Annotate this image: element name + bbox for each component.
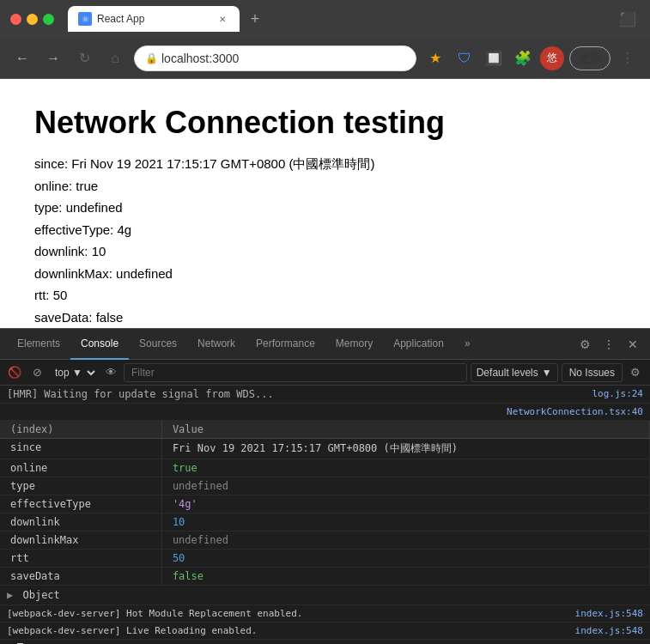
tab-bar: ⚛ React App ✕ + [68,6,609,32]
address-bar: ← → ↻ ⌂ 🔒 localhost:3000 ★ 🛡 🔲 🧩 悠 更新 ⋮ [0,38,650,79]
table-row: effectiveType '4g' [0,495,650,513]
save-data-line: saveData: false [34,307,616,329]
bookmark-icon[interactable]: ★ [423,46,447,70]
devtools-settings-icon[interactable]: ⚙ [574,334,595,355]
row-key-since: since [0,439,161,459]
back-button[interactable]: ← [10,46,34,70]
since-line: since: Fri Nov 19 2021 17:15:17 GMT+0800… [34,153,616,175]
table-row: rtt 50 [0,550,650,568]
row-val-downlink: 10 [161,513,649,532]
col-value: Value [161,421,649,439]
network-connection-link[interactable]: NetworkConnection.tsx:40 [507,406,643,417]
console-prompt[interactable]: › [0,640,650,644]
user-avatar[interactable]: 悠 [540,46,564,70]
col-index: (index) [0,421,161,439]
forward-button[interactable]: → [41,46,65,70]
row-val-downlinkmax: undefined [161,532,649,550]
webpack-live-link[interactable]: index.js:548 [575,625,643,636]
row-val-type: undefined [161,477,649,495]
url-text: localhost:3000 [161,52,239,65]
table-row: downlinkMax undefined [0,532,650,550]
tab-performance[interactable]: Performance [246,329,325,360]
row-val-since: Fri Nov 19 2021 17:15:17 GMT+0800 (中國標準時… [161,439,649,459]
address-input[interactable]: 🔒 localhost:3000 [134,46,416,71]
console-toolbar: 🚫 ⊘ top ▼ 👁 Default levels ▼ No Issues ⚙ [0,360,650,386]
tab-memory[interactable]: Memory [325,329,383,360]
webpack-live-text: [webpack-dev-server] Live Reloading enab… [7,625,257,636]
filter-toggle-button[interactable]: ⊘ [27,363,46,382]
row-val-rtt: 50 [161,550,649,568]
more-menu-icon[interactable]: ⋮ [616,46,640,70]
page-content: Network Connection testing since: Fri No… [0,79,650,328]
webpack-hmr-text: [webpack-dev-server] Hot Module Replacem… [7,608,302,619]
table-row: saveData false [0,568,650,586]
expand-icon: ▶ [7,589,13,601]
rtt-line: rtt: 50 [34,284,616,307]
eye-icon[interactable]: 👁 [101,363,120,382]
tab-more[interactable]: » [454,329,481,360]
browser-tab[interactable]: ⚛ React App ✕ [68,6,240,32]
downlink-max-line: downlinkMax: undefined [34,263,616,285]
new-tab-button[interactable]: + [243,7,267,31]
tab-close-button[interactable]: ✕ [216,12,229,26]
toolbar-icons: ★ 🛡 🔲 🧩 悠 更新 ⋮ [423,46,640,70]
devtools-panel: Elements Console Sources Network Perform… [0,328,650,644]
page-title: Network Connection testing [34,105,616,141]
traffic-lights [10,14,54,25]
table-row: online true [0,459,650,477]
row-key-downlinkmax: downlinkMax [0,532,161,550]
extensions-icon[interactable]: 🔲 [482,46,506,70]
console-output: [HMR] Waiting for update signal from WDS… [0,386,650,644]
home-button[interactable]: ⌂ [103,46,127,70]
puzzle-icon[interactable]: 🧩 [511,46,535,70]
update-button[interactable]: 更新 [569,46,611,70]
no-issues-label: No Issues [569,367,615,379]
row-key-rtt: rtt [0,550,161,568]
row-key-online: online [0,459,161,477]
shield-icon[interactable]: 🛡 [453,46,477,70]
filter-input[interactable] [124,363,467,382]
row-key-downlink: downlink [0,513,161,532]
minimize-button[interactable] [27,14,38,25]
no-issues-badge: No Issues [562,363,623,382]
hmr-waiting-line: [HMR] Waiting for update signal from WDS… [0,386,650,404]
tab-title: React App [97,13,210,25]
tab-sources[interactable]: Sources [129,329,187,360]
window-menu-icon: ⬛ [616,7,640,31]
webpack-live-line: [webpack-dev-server] Live Reloading enab… [0,623,650,640]
table-row: type undefined [0,477,650,495]
object-row[interactable]: ▶ Object [0,586,650,605]
devtools-close-icon[interactable]: ✕ [623,334,643,355]
object-label: Object [22,589,59,601]
table-row: since Fri Nov 19 2021 17:15:17 GMT+0800 … [0,439,650,459]
console-settings-icon[interactable]: ⚙ [626,363,645,382]
tab-elements[interactable]: Elements [7,329,70,360]
network-connection-link-row: NetworkConnection.tsx:40 [0,404,650,421]
row-key-type: type [0,477,161,495]
row-key-savedata: saveData [0,568,161,586]
reload-button[interactable]: ↻ [72,46,96,70]
hmr-text: [HMR] Waiting for update signal from WDS… [7,388,274,400]
effective-type-line: effectiveType: 4g [34,219,616,241]
row-val-effectivetype: '4g' [161,495,649,513]
clear-console-button[interactable]: 🚫 [5,363,24,382]
default-levels-label: Default levels [477,367,538,379]
tab-network[interactable]: Network [187,329,246,360]
devtools-tab-bar: Elements Console Sources Network Perform… [0,329,650,360]
downlink-line: downlink: 10 [34,240,616,263]
row-val-savedata: false [161,568,649,586]
devtools-settings-icons: ⚙ ⋮ ✕ [574,334,643,355]
default-levels-dropdown[interactable]: Default levels ▼ [471,363,558,382]
title-bar: ⚛ React App ✕ + ⬛ [0,0,650,38]
hmr-link[interactable]: log.js:24 [592,388,643,399]
tab-application[interactable]: Application [383,329,454,360]
close-button[interactable] [10,14,21,25]
devtools-more-icon[interactable]: ⋮ [598,334,619,355]
row-key-effectivetype: effectiveType [0,495,161,513]
tab-console[interactable]: Console [70,329,129,360]
webpack-hmr-link[interactable]: index.js:548 [575,608,643,619]
maximize-button[interactable] [43,14,54,25]
context-select[interactable]: top ▼ [50,363,98,382]
lock-icon: 🔒 [145,52,158,64]
dropdown-arrow: ▼ [542,367,552,379]
